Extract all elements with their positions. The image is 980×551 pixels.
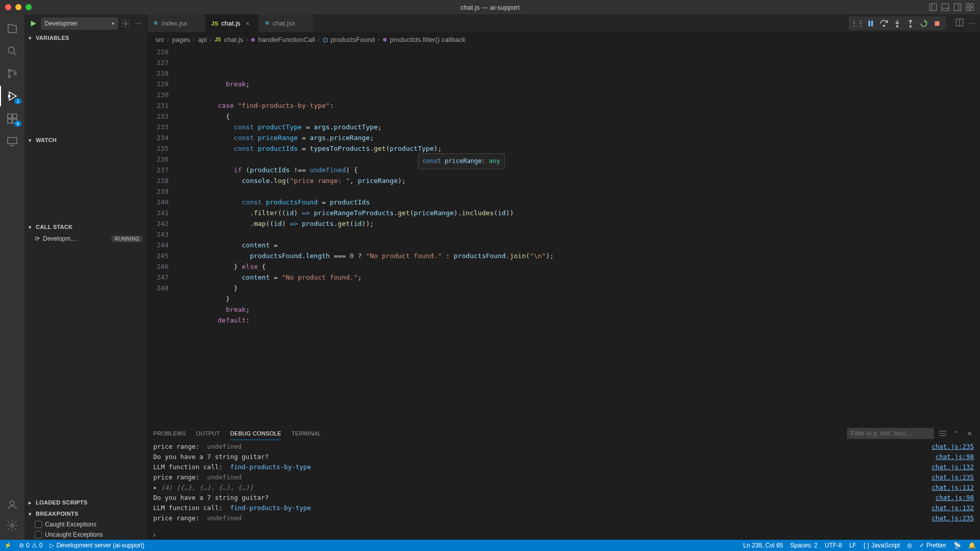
breakpoint-item[interactable]: Uncaught Exceptions	[25, 530, 147, 540]
debug-sidebar: Developmer ▾ ⋯ ▾VARIABLES ▾WATCH ▾CALL S…	[25, 14, 147, 540]
callstack-item[interactable]: ⟳ Developm… RUNNING	[25, 234, 147, 244]
step-over-icon[interactable]	[878, 18, 890, 29]
source-link[interactable]: chat.js:98	[929, 493, 974, 503]
checkbox[interactable]	[35, 531, 42, 538]
console-row: ▸ (4) [{…}, {…}, {…}, {…}]chat.js:112	[147, 483, 980, 493]
source-link[interactable]: chat.js:235	[925, 442, 974, 452]
step-out-icon[interactable]	[905, 18, 916, 29]
toggle-panel-bottom-icon[interactable]	[940, 2, 950, 12]
launch-config-label: Developmer	[44, 20, 78, 27]
svg-point-10	[8, 47, 14, 53]
source-link[interactable]: chat.js:235	[925, 513, 974, 523]
debug-target[interactable]: ▷ Development server (ai-support)	[50, 542, 144, 549]
view-mode-icon[interactable]	[938, 429, 947, 438]
chevron-up-icon[interactable]: ⌃	[951, 429, 961, 438]
svg-rect-17	[13, 114, 17, 118]
source-link[interactable]: chat.js:112	[925, 483, 974, 493]
console-filter-input[interactable]	[847, 428, 934, 439]
console-row: LLM function call: find-products-by-type…	[147, 503, 980, 513]
panel-tab[interactable]: TERMINAL	[291, 427, 321, 440]
panel-tab[interactable]: DEBUG CONSOLE	[230, 427, 282, 440]
breadcrumb[interactable]: src› pages› api› JSchat.js› ⊕handleFunct…	[147, 32, 980, 47]
source-control-icon[interactable]	[0, 63, 25, 84]
tab-label: chat.js	[221, 19, 241, 27]
indentation[interactable]: Spaces: 2	[790, 542, 818, 549]
prettier-status[interactable]: ✓ Prettier	[919, 542, 946, 549]
problems-status[interactable]: ⊘0 ⚠0	[19, 542, 42, 549]
close-icon[interactable]: ✕	[965, 429, 974, 438]
more-icon[interactable]: ⋯	[133, 19, 143, 28]
drag-handle-icon[interactable]: ⋮⋮	[852, 18, 863, 29]
tab-label: index.jsx	[161, 19, 188, 27]
tab-label: chat.jsx	[273, 19, 295, 27]
panel-tab[interactable]: OUTPUT	[196, 427, 220, 440]
source-link[interactable]: chat.js:98	[929, 452, 974, 462]
layout-controls	[928, 2, 980, 12]
step-into-icon[interactable]	[892, 18, 903, 29]
close-window[interactable]	[5, 4, 11, 10]
launch-config-dropdown[interactable]: Developmer ▾	[41, 17, 118, 30]
bell-icon[interactable]: 🔔	[968, 542, 976, 549]
svg-point-14	[14, 73, 16, 75]
source-link[interactable]: chat.js:235	[925, 472, 974, 483]
stop-icon[interactable]	[931, 18, 943, 29]
close-tab-icon[interactable]: ×	[244, 19, 252, 28]
svg-rect-0	[929, 4, 937, 11]
svg-point-13	[8, 76, 10, 78]
svg-point-15	[8, 95, 10, 97]
editor-tabs: ⚛index.jsx×JSchat.js×⚛chat.jsx× ⋮⋮ ⋯	[147, 14, 980, 32]
customize-layout-icon[interactable]	[965, 2, 975, 12]
encoding[interactable]: UTF-8	[825, 542, 842, 549]
source-link[interactable]: chat.js:132	[925, 503, 974, 513]
svg-point-23	[11, 524, 14, 527]
account-icon[interactable]	[0, 495, 25, 515]
debug-header: Developmer ▾ ⋯	[25, 14, 147, 32]
remote-indicator[interactable]: ⚡	[4, 542, 12, 549]
gear-icon[interactable]	[0, 515, 25, 536]
bottom-panel: PROBLEMSOUTPUTDEBUG CONSOLETERMINAL ⌃ ✕ …	[147, 425, 980, 540]
source-link[interactable]: chat.js:132	[925, 462, 974, 472]
extensions-badge: 6	[14, 121, 21, 127]
code-editor[interactable]: 2262272282292302312322332342352362372382…	[147, 47, 980, 425]
minimize-window[interactable]	[15, 4, 21, 10]
restart-icon[interactable]	[918, 18, 929, 29]
language-mode[interactable]: { } JavaScript	[864, 542, 900, 549]
debug-console[interactable]: price range: undefinedchat.js:235Do you …	[147, 442, 980, 530]
file-icon: ⚛	[265, 20, 270, 27]
section-callstack[interactable]: ▾CALL STACK	[25, 221, 147, 233]
pause-icon[interactable]	[865, 18, 876, 29]
section-watch[interactable]: ▾WATCH	[25, 134, 147, 146]
svg-point-28	[897, 26, 898, 27]
eol[interactable]: LF	[849, 542, 856, 549]
explorer-icon[interactable]	[0, 18, 25, 39]
more-icon[interactable]: ⋯	[968, 19, 975, 27]
callstack-status: RUNNING	[111, 236, 143, 242]
svg-point-22	[10, 501, 14, 505]
checkbox[interactable]	[35, 521, 42, 528]
toggle-panel-left-icon[interactable]	[928, 2, 938, 12]
feedback-icon[interactable]: 📡	[953, 542, 961, 549]
section-loaded-scripts[interactable]: ▸LOADED SCRIPTS	[25, 497, 147, 508]
editor-tab[interactable]: ⚛index.jsx×	[147, 14, 205, 32]
remote-icon[interactable]	[0, 131, 25, 151]
editor-tab[interactable]: ⚛chat.jsx×	[259, 14, 313, 32]
console-prompt[interactable]: ›	[147, 530, 980, 540]
breakpoint-item[interactable]: Caught Exceptions	[25, 519, 147, 530]
search-icon[interactable]	[0, 41, 25, 61]
extensions-icon[interactable]: 6	[0, 108, 25, 129]
toggle-panel-right-icon[interactable]	[952, 2, 963, 12]
section-variables[interactable]: ▾VARIABLES	[25, 32, 147, 43]
split-editor-icon[interactable]	[955, 18, 964, 29]
section-breakpoints[interactable]: ▾BREAKPOINTS	[25, 508, 147, 519]
editor-tab[interactable]: JSchat.js×	[205, 14, 259, 32]
live-share-icon[interactable]: ◎	[907, 542, 912, 549]
start-debug-icon[interactable]	[29, 19, 38, 28]
svg-rect-2	[942, 4, 949, 11]
console-row: Do you have a 7 string guitar?chat.js:98	[147, 493, 980, 503]
console-row: LLM function call: find-products-by-type…	[147, 462, 980, 472]
run-debug-icon[interactable]: 1	[0, 86, 25, 106]
cursor-position[interactable]: Ln 238, Col 65	[743, 542, 783, 549]
panel-tab[interactable]: PROBLEMS	[153, 427, 186, 440]
maximize-window[interactable]	[26, 4, 32, 10]
gear-icon[interactable]	[121, 19, 130, 28]
